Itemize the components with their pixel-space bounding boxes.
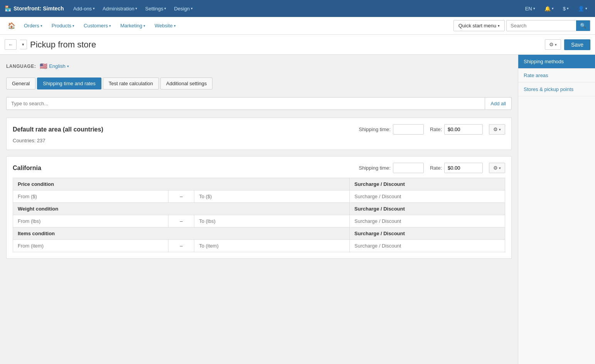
shipping-time-input-ca[interactable] xyxy=(393,163,424,173)
language-label: LANGUAGE: xyxy=(6,64,36,69)
rate-area-settings-button[interactable]: ⚙ ▾ xyxy=(489,124,505,135)
price-from-input[interactable] xyxy=(18,194,163,199)
items-to-cell xyxy=(194,240,350,252)
weight-surcharge-cell xyxy=(350,215,505,228)
add-all-button[interactable]: Add all xyxy=(485,98,511,110)
language-selector[interactable]: 🇺🇸 English ▾ xyxy=(40,62,69,70)
chevron-down-icon: ▾ xyxy=(585,7,587,10)
weight-from-input[interactable] xyxy=(18,218,163,224)
price-dash: – xyxy=(168,190,194,203)
rate-area-default: Default rate area (all countries) Shippi… xyxy=(6,118,512,150)
rate-input-default[interactable] xyxy=(444,124,483,135)
price-to-input[interactable] xyxy=(199,194,345,199)
weight-dash: – xyxy=(168,215,194,228)
shipping-time-label: Shipping time: xyxy=(359,126,391,132)
weight-from-cell xyxy=(13,215,169,228)
items-surcharge-input[interactable] xyxy=(354,243,500,249)
weight-to-cell xyxy=(194,215,350,228)
shipping-time-input-default[interactable] xyxy=(393,124,424,135)
items-surcharge-label: Surcharge / Discount xyxy=(350,228,505,240)
items-surcharge-cell xyxy=(350,240,505,252)
save-button[interactable]: Save xyxy=(564,39,590,50)
search-box: 🔍 xyxy=(506,20,590,31)
page-title: Pickup from store xyxy=(30,40,542,50)
chevron-down-icon: ▾ xyxy=(191,7,193,10)
shipping-time-label-ca: Shipping time: xyxy=(359,165,391,171)
items-condition-row: – xyxy=(13,240,505,252)
nav-website[interactable]: Website ▾ xyxy=(151,20,180,32)
search-input[interactable] xyxy=(507,20,576,31)
items-from-cell xyxy=(13,240,169,252)
quick-start-button[interactable]: Quick start menu ▾ xyxy=(453,20,505,31)
search-button[interactable]: 🔍 xyxy=(576,20,590,31)
chevron-down-icon: ▾ xyxy=(555,43,557,47)
rate-area-california: California Shipping time: Rate: ⚙ ▾ xyxy=(6,156,512,259)
back-button[interactable]: ← xyxy=(5,39,17,50)
top-nav-administration[interactable]: Administration ▾ xyxy=(99,4,140,13)
nav-products[interactable]: Products ▾ xyxy=(48,20,78,32)
chevron-down-icon: ▾ xyxy=(135,7,137,10)
price-surcharge-cell xyxy=(350,190,505,203)
rate-area-settings-button-ca[interactable]: ⚙ ▾ xyxy=(489,163,505,173)
language-value: English xyxy=(49,63,66,69)
tab-general[interactable]: General xyxy=(6,78,35,89)
rate-search-input[interactable] xyxy=(7,98,485,110)
back-dropdown-button[interactable]: ▾ xyxy=(20,40,27,49)
price-surcharge-input[interactable] xyxy=(354,194,500,199)
weight-condition-label: Weight condition xyxy=(13,203,350,215)
weight-surcharge-input[interactable] xyxy=(354,218,500,224)
weight-condition-row: – xyxy=(13,215,505,228)
language-row: LANGUAGE: 🇺🇸 English ▾ xyxy=(6,62,512,70)
flag-icon: 🇺🇸 xyxy=(40,62,47,70)
notifications-btn[interactable]: 🔔 ▾ xyxy=(541,4,557,13)
chevron-down-icon: ▾ xyxy=(164,7,166,10)
rate-area-header-ca: California Shipping time: Rate: ⚙ ▾ xyxy=(13,163,505,173)
price-surcharge-label: Surcharge / Discount xyxy=(350,178,505,190)
sidebar-item-stores-pickup[interactable]: Stores & pickup points xyxy=(518,83,595,96)
rate-area-title-ca: California xyxy=(13,165,41,172)
chevron-down-icon: ▾ xyxy=(67,64,69,68)
settings-button[interactable]: ⚙ ▾ xyxy=(545,39,561,50)
sidebar-item-rate-areas[interactable]: Rate areas xyxy=(518,69,595,83)
chevron-down-icon: ▾ xyxy=(533,7,535,10)
nav-customers[interactable]: Customers ▾ xyxy=(80,20,115,32)
nav-orders[interactable]: Orders ▾ xyxy=(20,20,46,32)
currency-btn[interactable]: $ ▾ xyxy=(560,4,572,13)
price-condition-header: Price condition Surcharge / Discount xyxy=(13,178,505,190)
chevron-down-icon: ▾ xyxy=(498,24,500,28)
sidebar-item-shipping-methods[interactable]: Shipping methods xyxy=(518,55,595,69)
rate-countries: Countries: 237 xyxy=(13,138,505,143)
content-area: LANGUAGE: 🇺🇸 English ▾ General Shipping … xyxy=(0,55,518,364)
top-nav-design[interactable]: Design ▾ xyxy=(171,4,196,13)
items-dash: – xyxy=(168,240,194,252)
language-switcher[interactable]: EN ▾ xyxy=(522,4,538,13)
top-nav-addons[interactable]: Add-ons ▾ xyxy=(70,4,98,13)
rate-group-ca: Rate: xyxy=(430,163,483,173)
gear-icon: ⚙ xyxy=(493,126,498,132)
chevron-down-icon: ▾ xyxy=(552,7,554,10)
rate-label: Rate: xyxy=(430,126,442,132)
tab-additional-settings[interactable]: Additional settings xyxy=(160,78,213,89)
rate-group: Rate: xyxy=(430,124,483,135)
sidebar: Shipping methods Rate areas Stores & pic… xyxy=(518,55,595,364)
store-icon: 🏪 xyxy=(5,5,11,12)
gear-icon: ⚙ xyxy=(549,42,554,47)
rate-input-ca[interactable] xyxy=(444,163,483,173)
weight-surcharge-label: Surcharge / Discount xyxy=(350,203,505,215)
tab-shipping-time-rates[interactable]: Shipping time and rates xyxy=(37,78,101,89)
brand: 🏪 Storefront: Simtech xyxy=(5,5,64,12)
chevron-down-icon: ▾ xyxy=(499,128,501,131)
chevron-down-icon: ▾ xyxy=(174,24,176,28)
gear-icon: ⚙ xyxy=(493,165,498,171)
top-nav: Add-ons ▾ Administration ▾ Settings ▾ De… xyxy=(70,4,516,13)
weight-to-input[interactable] xyxy=(199,218,345,224)
price-to-cell xyxy=(194,190,350,203)
user-btn[interactable]: 👤 ▾ xyxy=(575,4,590,13)
rate-search-bar: Add all xyxy=(6,97,512,110)
top-nav-settings[interactable]: Settings ▾ xyxy=(142,4,169,13)
items-from-input[interactable] xyxy=(18,243,163,249)
nav-marketing[interactable]: Marketing ▾ xyxy=(116,20,149,32)
items-to-input[interactable] xyxy=(199,243,345,249)
home-button[interactable]: 🏠 xyxy=(5,20,19,31)
tab-test-rate[interactable]: Test rate calculation xyxy=(103,78,159,89)
